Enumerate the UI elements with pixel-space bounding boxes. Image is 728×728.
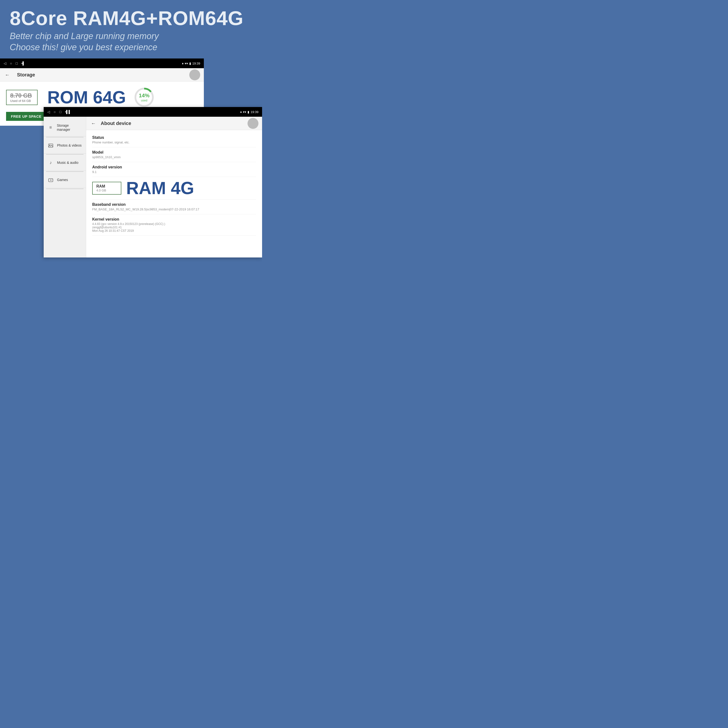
- nav-back-icon: ◁: [4, 61, 6, 65]
- svg-point-7: [52, 180, 52, 180]
- top-header: 8Core RAM4G+ROM64G Better chip and Large…: [0, 0, 262, 58]
- kernel-value: 4.4.83 (gcc version 4.9.x 20150123 (prer…: [92, 222, 256, 232]
- home-icon-2: ○: [54, 110, 55, 114]
- about-title: About device: [101, 121, 131, 126]
- status-bar-2: ◁ ○ □ •▌▌ ♦ ▾▾ ▮ 19:39: [44, 107, 262, 117]
- main-title: 8Core RAM4G+ROM64G: [10, 7, 252, 29]
- circle-percent: 14%: [139, 92, 150, 99]
- status-bar-left-1: ◁ ○ □ •▌: [4, 61, 25, 65]
- rom-label: ROM 64G: [47, 87, 126, 107]
- subtitle2: Choose this! give you best experience: [10, 42, 252, 52]
- storage-manager-icon: ≡: [47, 124, 54, 131]
- sidebar: ≡ Storage manager Photos & videos ♪ Musi…: [44, 117, 86, 257]
- model-title: Model: [92, 150, 256, 154]
- kernel-title: Kernel version: [92, 217, 256, 222]
- status-value: Phone number, signal, etc.: [92, 141, 256, 144]
- music-icon: ♪: [47, 159, 54, 166]
- status-bar-left-2: ◁ ○ □ •▌▌: [47, 110, 71, 114]
- about-content: Status Phone number, signal, etc. Model …: [86, 130, 262, 238]
- baseband-title: Baseband version: [92, 202, 256, 207]
- ram-box: RAM 4.0 GB: [92, 182, 121, 194]
- screen2-inner: ≡ Storage manager Photos & videos ♪ Musi…: [44, 117, 262, 257]
- sidebar-photos-label: Photos & videos: [57, 144, 81, 148]
- free-up-button[interactable]: FREE UP SPACE: [6, 112, 46, 121]
- about-row-status[interactable]: Status Phone number, signal, etc.: [92, 133, 256, 147]
- storage-back-button[interactable]: ←: [5, 72, 10, 78]
- about-back-button[interactable]: ←: [91, 121, 96, 126]
- status-bar-right-1: ♦ ▾▾ ▮ 19:39: [182, 62, 200, 65]
- signal-icon-2: ▾▾: [243, 110, 246, 114]
- recents-icon: □: [15, 61, 17, 65]
- about-panel: ← About device Status Phone number, sign…: [86, 117, 262, 257]
- home-icon: ○: [10, 61, 12, 65]
- storage-nav-bar: ← Storage: [0, 68, 204, 81]
- sidebar-divider-3: [46, 171, 84, 172]
- notification-icon-2: •▌▌: [65, 110, 71, 114]
- sidebar-divider-1: [46, 137, 84, 138]
- status-bar-1: ◁ ○ □ •▌ ♦ ▾▾ ▮ 19:39: [0, 58, 204, 68]
- sidebar-item-music[interactable]: ♪ Music & audio: [44, 155, 86, 171]
- sidebar-item-games[interactable]: Games: [44, 172, 86, 188]
- about-row-kernel[interactable]: Kernel version 4.4.83 (gcc version 4.9.x…: [92, 214, 256, 236]
- storage-title: Storage: [17, 72, 35, 78]
- ram-box-title: RAM: [96, 184, 117, 188]
- time-display-1: 19:39: [192, 62, 200, 65]
- battery-icon: ▮: [189, 62, 191, 65]
- baseband-value: FM_BASE_18A_RLS2_MC_W19.28.5|sc9853_mode…: [92, 208, 256, 211]
- notification-icon: •▌: [21, 61, 25, 65]
- sidebar-item-photos[interactable]: Photos & videos: [44, 138, 86, 154]
- nav-back-icon-2: ◁: [47, 110, 50, 114]
- ram-box-value: 4.0 GB: [96, 188, 117, 192]
- status-title: Status: [92, 135, 256, 140]
- ram-label: RAM 4G: [126, 178, 194, 198]
- storage-avatar: [189, 69, 200, 80]
- storage-used-label: Used of 64 GB: [10, 99, 34, 102]
- screen2-about: ◁ ○ □ •▌▌ ♦ ▾▾ ▮ 19:39 ≡ Storage manager: [44, 107, 262, 257]
- ram-row: RAM 4.0 GB RAM 4G: [92, 177, 256, 199]
- recents-icon-2: □: [59, 110, 61, 114]
- sidebar-music-label: Music & audio: [57, 161, 78, 165]
- sidebar-games-label: Games: [57, 178, 68, 182]
- battery-icon-2: ▮: [248, 110, 249, 114]
- model-value: sp9853i_1h10_vmm: [92, 155, 256, 159]
- android-value: 9.1: [92, 170, 256, 174]
- storage-usage-row: 8.70 GB Used of 64 GB ROM 64G 14% used: [6, 86, 198, 108]
- screens-container: ◁ ○ □ •▌ ♦ ▾▾ ▮ 19:39 ← Storage 8.70 GB: [0, 58, 262, 252]
- sidebar-item-storage-manager[interactable]: ≡ Storage manager: [44, 119, 86, 136]
- android-title: Android version: [92, 165, 256, 170]
- sidebar-storage-label: Storage manager: [57, 124, 82, 132]
- storage-used-box: 8.70 GB Used of 64 GB: [6, 90, 38, 105]
- svg-point-8: [51, 180, 52, 180]
- location-icon-2: ♦: [240, 110, 242, 114]
- time-display-2: 19:39: [251, 110, 258, 114]
- storage-gb-amount: 8.70 GB: [10, 92, 34, 99]
- status-bar-right-2: ♦ ▾▾ ▮ 19:39: [240, 110, 258, 114]
- about-avatar: [248, 118, 258, 129]
- games-icon: [47, 177, 54, 184]
- about-nav-bar: ← About device: [86, 117, 262, 130]
- signal-icon: ▾▾: [185, 62, 188, 65]
- subtitle1: Better chip and Large running memory: [10, 31, 252, 41]
- sidebar-divider-4: [46, 188, 84, 189]
- about-row-model[interactable]: Model sp9853i_1h10_vmm: [92, 147, 256, 162]
- progress-circle-text: 14% used: [139, 92, 150, 102]
- sidebar-divider-2: [46, 154, 84, 154]
- photos-icon: [47, 142, 54, 149]
- storage-progress-circle: 14% used: [133, 86, 155, 108]
- location-icon: ♦: [182, 62, 184, 65]
- about-row-baseband[interactable]: Baseband version FM_BASE_18A_RLS2_MC_W19…: [92, 199, 256, 214]
- circle-used-label: used: [139, 99, 150, 102]
- about-row-android[interactable]: Android version 9.1: [92, 162, 256, 177]
